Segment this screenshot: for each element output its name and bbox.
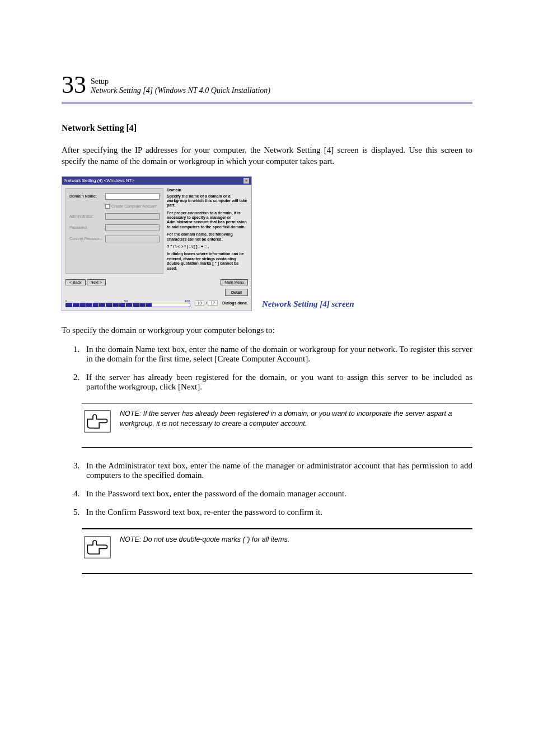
steps-list-2: In the Administrator text box, enter the… (74, 461, 472, 517)
lead-in-text: To specify the domain or workgroup your … (62, 325, 472, 336)
back-button[interactable]: < Back (65, 279, 86, 285)
domain-name-input[interactable] (105, 193, 160, 200)
header-subtitle: Network Setting [4] (Windows NT 4.0 Quic… (91, 86, 270, 95)
screenshot-dialog: Network Setting (4) <Windows NT> × Domai… (62, 176, 252, 311)
note-2-text: NOTE: Do not use double-quote marks (") … (120, 535, 289, 545)
administrator-input[interactable] (105, 213, 160, 220)
step-5: In the Confirm Password text box, re-ent… (82, 508, 472, 517)
step-3: In the Administrator text box, enter the… (82, 461, 472, 480)
help-chars: ? " / \ < > * | : \ [ ] ; + = , (167, 245, 248, 249)
step-2: If the server has already been registere… (82, 373, 472, 392)
step-4: In the Password text box, enter the pass… (82, 489, 472, 499)
help-p4: In dialog boxes where information can be… (167, 252, 248, 271)
screenshot-caption: Network Setting [4] screen (262, 299, 354, 309)
section-heading: Network Setting [4] (62, 123, 472, 133)
dialog-title: Network Setting (4) <Windows NT> (64, 178, 134, 183)
dialog-help-panel: Domain Specify the name of a domain or a… (167, 188, 248, 274)
administrator-label: Administrator: (69, 214, 103, 218)
confirm-password-label: Confirm Password: (69, 237, 103, 241)
help-heading: Domain (167, 188, 248, 192)
note-1-text: NOTE: If the server has already been reg… (120, 409, 470, 429)
password-label: Password: (69, 226, 103, 229)
password-input[interactable] (105, 224, 160, 231)
progress-done-label: Dialogs done. (222, 301, 248, 305)
step-1: In the domain Name text box, enter the n… (82, 345, 472, 364)
next-button[interactable]: Next > (87, 279, 106, 285)
confirm-password-input[interactable] (105, 236, 160, 242)
progress-row: 0 50 100 13 / 17 Dialogs done. (62, 298, 251, 311)
help-p2: For proper connection to a domain, it is… (167, 211, 248, 230)
domain-name-label: Domain Name: (69, 194, 103, 198)
note-box-2: NOTE: Do not use double-quote marks (") … (82, 528, 472, 574)
create-account-label: Create Computer Account (111, 204, 157, 208)
detail-button[interactable]: Detail (225, 289, 248, 296)
progress-bar (65, 303, 190, 307)
intro-paragraph: After specifying the IP addresses for yo… (62, 144, 472, 167)
header-divider (62, 102, 472, 104)
progress-count: 13 / 17 (195, 300, 218, 306)
help-p1: Specify the name of a domain or a workgr… (167, 194, 248, 208)
note-box-1: NOTE: If the server has already been reg… (82, 403, 472, 448)
chapter-number: 33 (62, 73, 86, 97)
header-text: Setup Network Setting [4] (Windows NT 4.… (91, 77, 270, 97)
setup-label: Setup (91, 77, 270, 86)
dialog-button-row: < Back Next > Main Menu (62, 277, 251, 288)
main-menu-button[interactable]: Main Menu (221, 279, 248, 285)
pointing-hand-icon (84, 409, 111, 434)
dialog-form-panel: Domain Name: Create Computer Account Adm… (65, 188, 163, 274)
close-icon[interactable]: × (243, 178, 249, 184)
dialog-titlebar: Network Setting (4) <Windows NT> × (62, 177, 251, 185)
create-account-row[interactable]: Create Computer Account (105, 204, 160, 209)
page-header: 33 Setup Network Setting [4] (Windows NT… (62, 73, 472, 97)
steps-list-1: In the domain Name text box, enter the n… (74, 345, 472, 392)
help-p3: For the domain name, the following chara… (167, 232, 248, 242)
create-account-checkbox[interactable] (105, 204, 110, 209)
pointing-hand-icon (84, 535, 111, 560)
screenshot-row: Network Setting (4) <Windows NT> × Domai… (62, 176, 472, 311)
